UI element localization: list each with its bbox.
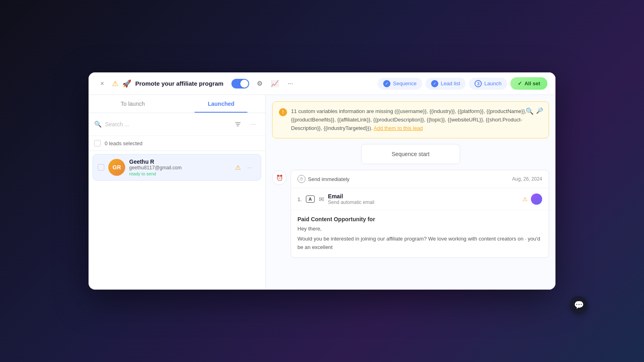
- nav-launch[interactable]: 3 Launch: [469, 78, 507, 90]
- zoom-in-icon[interactable]: 🔍: [526, 107, 534, 115]
- email-subtitle: Send automatic email: [328, 200, 518, 205]
- chat-bubble-button[interactable]: 💬: [570, 296, 588, 314]
- leads-list: GR Geethu R geethu8117@gmail.com ready t…: [89, 151, 265, 290]
- email-preview: Would you be interested in joining our a…: [297, 235, 542, 252]
- email-subject: Paid Content Opportunity for: [297, 216, 542, 222]
- campaign-toggle[interactable]: [231, 79, 249, 88]
- warning-text: 11 custom variables information are miss…: [291, 107, 542, 132]
- leads-count: 0 leads selected: [105, 140, 142, 146]
- search-icon: 🔍: [94, 121, 102, 128]
- email-label: Email Send automatic email: [328, 193, 518, 205]
- user-avatar: [531, 193, 542, 205]
- send-immediately: ⏱ Send immediately: [297, 175, 349, 183]
- clock-icon: ⏱: [297, 175, 305, 183]
- email-envelope-icon: ✉: [319, 195, 324, 203]
- more-options-icon[interactable]: ···: [284, 77, 297, 90]
- filter-button[interactable]: [232, 119, 244, 130]
- nav-lead-list[interactable]: ✓ Lead list: [425, 78, 466, 90]
- email-card: ⏱ Send immediately Aug, 26, 2024 1. A ✉ …: [291, 170, 549, 258]
- email-row: ⏰ ⏱ Send immediately Aug, 26, 2024 1. A …: [272, 170, 549, 258]
- chart-icon[interactable]: 📈: [268, 77, 281, 90]
- zoom-out-icon[interactable]: 🔎: [536, 107, 543, 115]
- settings-icon[interactable]: ⚙: [253, 77, 266, 90]
- rocket-icon: 🚀: [122, 79, 131, 88]
- add-to-lead-link[interactable]: Add them to this lead: [374, 125, 423, 131]
- leads-header: 0 leads selected: [89, 136, 265, 151]
- lead-status: ready to send: [129, 171, 231, 176]
- search-bar: 🔍 ···: [89, 113, 265, 136]
- email-title: Email: [328, 193, 518, 200]
- warning-banner: ! 11 custom variables information are mi…: [272, 101, 549, 138]
- all-set-button[interactable]: ✓ All set: [510, 77, 547, 90]
- tab-bar: To launch Launched: [89, 95, 265, 113]
- lead-warning-icon: ⚠: [235, 164, 241, 171]
- lead-list-check-icon: ✓: [431, 80, 438, 87]
- lead-email: geethu8117@gmail.com: [129, 165, 231, 171]
- lead-item[interactable]: GR Geethu R geethu8117@gmail.com ready t…: [93, 154, 261, 181]
- header-right: ✓ Sequence ✓ Lead list 3 Launch ✓ All se…: [378, 77, 547, 90]
- email-type-badge: A: [306, 195, 315, 203]
- email-greeting: Hey there,: [297, 226, 542, 232]
- lead-info: Geethu R geethu8117@gmail.com ready to s…: [129, 158, 231, 176]
- lead-checkbox[interactable]: [98, 164, 104, 171]
- avatar: GR: [108, 159, 125, 176]
- zoom-controls: 🔍 🔎: [526, 107, 543, 115]
- app-header: × ⚠ 🚀 Promote your affiliate program ⚙ 📈…: [89, 72, 555, 95]
- email-number: 1.: [297, 196, 302, 202]
- email-card-header: ⏱ Send immediately Aug, 26, 2024: [291, 170, 549, 188]
- nav-sequence[interactable]: ✓ Sequence: [378, 78, 422, 90]
- lead-more-options[interactable]: ···: [243, 161, 256, 174]
- tab-launched[interactable]: Launched: [177, 95, 266, 113]
- header-actions: ⚙ 📈 ···: [253, 77, 297, 90]
- sequence-start-row: Sequence start: [272, 144, 549, 164]
- email-item: 1. A ✉ Email Send automatic email ⚠: [291, 188, 549, 210]
- warning-dot-icon: !: [279, 108, 287, 116]
- header-left: × ⚠ 🚀 Promote your affiliate program ⚙ 📈…: [97, 77, 378, 90]
- email-right-icons: ⚠: [522, 193, 542, 205]
- more-leads-options[interactable]: ···: [247, 118, 260, 131]
- email-body: Paid Content Opportunity for Hey there, …: [291, 210, 549, 257]
- select-all-checkbox[interactable]: [94, 140, 101, 146]
- sequence-start-box: Sequence start: [361, 144, 460, 164]
- email-date: Aug, 26, 2024: [512, 176, 542, 182]
- search-input[interactable]: [105, 121, 229, 128]
- lead-name: Geethu R: [129, 158, 231, 165]
- all-set-check-icon: ✓: [518, 80, 522, 86]
- main-content: To launch Launched 🔍 ··· 0 leads selecte…: [89, 95, 555, 290]
- page-title: Promote your affiliate program: [135, 80, 223, 87]
- warning-icon: ⚠: [112, 79, 118, 88]
- lead-actions: ⚠ ···: [235, 161, 256, 174]
- email-warning-icon: ⚠: [522, 196, 528, 202]
- sequence-check-icon: ✓: [383, 80, 390, 87]
- tab-to-launch[interactable]: To launch: [89, 95, 177, 113]
- close-button[interactable]: ×: [97, 78, 108, 89]
- right-panel: ! 11 custom variables information are mi…: [266, 95, 555, 290]
- left-panel: To launch Launched 🔍 ··· 0 leads selecte…: [89, 95, 266, 290]
- timeline-clock-icon: ⏰: [272, 171, 287, 185]
- launch-check-icon: 3: [475, 80, 482, 87]
